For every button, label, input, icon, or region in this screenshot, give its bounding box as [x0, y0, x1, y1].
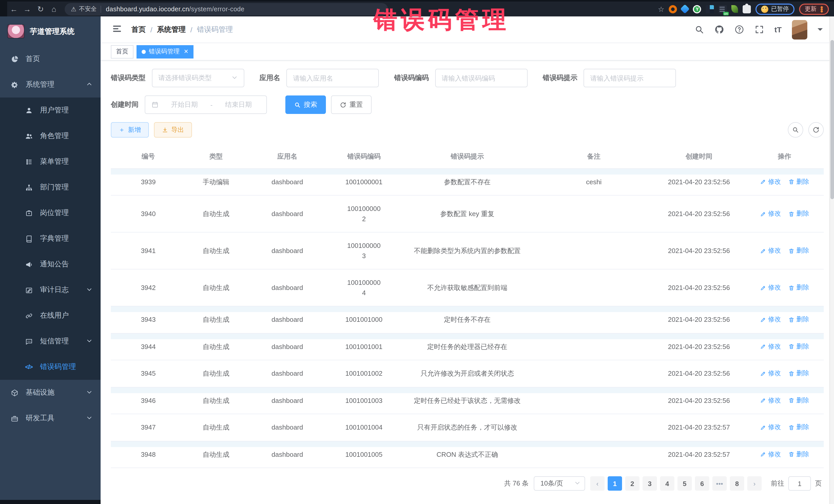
- delete-link[interactable]: 删除: [788, 209, 809, 219]
- page-button-1[interactable]: 1: [608, 476, 622, 491]
- edit-link[interactable]: 修改: [760, 369, 781, 378]
- extension-leaf-icon[interactable]: [731, 5, 738, 13]
- app-name-input[interactable]: [293, 74, 372, 82]
- sidebar-item-departments[interactable]: 部门管理: [0, 175, 101, 200]
- sidebar-item-notices[interactable]: 通知公告: [0, 251, 101, 277]
- delete-link[interactable]: 删除: [788, 315, 809, 325]
- edit-link[interactable]: 修改: [760, 342, 781, 352]
- sidebar-item-users[interactable]: 用户管理: [0, 97, 101, 123]
- refresh-button[interactable]: [808, 122, 824, 137]
- sidebar-item-dev-tools[interactable]: 研发工具: [0, 406, 101, 431]
- extension-y-icon[interactable]: [693, 5, 701, 13]
- reset-button[interactable]: 重置: [331, 95, 372, 114]
- sidebar-item-infrastructure[interactable]: 基础设施: [0, 380, 101, 406]
- avatar[interactable]: [792, 20, 807, 39]
- help-icon[interactable]: [734, 25, 744, 35]
- sidebar-item-system[interactable]: 系统管理: [0, 72, 101, 97]
- sidebar-item-posts[interactable]: 岗位管理: [0, 200, 101, 226]
- sidebar-item-label: 研发工具: [26, 414, 54, 423]
- delete-link[interactable]: 删除: [788, 283, 809, 292]
- delete-link[interactable]: 删除: [788, 342, 809, 352]
- breadcrumb-system[interactable]: 系统管理: [157, 25, 186, 34]
- caret-down-icon[interactable]: [817, 28, 823, 34]
- page-scrollbar[interactable]: [829, 17, 834, 504]
- scrollbar-thumb[interactable]: [830, 40, 834, 199]
- page-button-4[interactable]: 4: [660, 476, 674, 491]
- more-pages-icon[interactable]: •••: [712, 476, 727, 491]
- bookmark-star-icon[interactable]: ☆: [658, 5, 664, 13]
- profile-paused-pill[interactable]: 已暂停: [756, 3, 794, 15]
- edit-link-label: 修改: [768, 423, 781, 432]
- sidebar-item-label: 字典管理: [40, 234, 69, 243]
- browser-home-icon[interactable]: ⌂: [47, 5, 61, 13]
- extension-onlist-icon[interactable]: [719, 5, 727, 13]
- export-button[interactable]: 导出: [154, 122, 192, 137]
- edit-link[interactable]: 修改: [760, 246, 781, 256]
- fullscreen-icon[interactable]: [754, 25, 764, 35]
- page-button-5[interactable]: 5: [678, 476, 692, 491]
- chevron-up-icon: [86, 81, 92, 89]
- sidebar-item-error-code[interactable]: </> 错误码管理: [0, 354, 101, 380]
- close-icon[interactable]: ✕: [184, 48, 188, 55]
- extension-grid-icon[interactable]: [706, 5, 714, 13]
- cell-type: 自动生成: [186, 414, 246, 441]
- page-size-select[interactable]: 10条/页: [534, 476, 585, 491]
- edit-link[interactable]: 修改: [760, 209, 781, 219]
- delete-link[interactable]: 删除: [788, 369, 809, 378]
- tag-error-code[interactable]: 错误码管理 ✕: [136, 45, 194, 58]
- update-button[interactable]: 更新 ●●●: [799, 3, 829, 15]
- edit-link[interactable]: 修改: [760, 283, 781, 292]
- cell-code: 100100000 4: [328, 269, 399, 306]
- search-icon[interactable]: [695, 25, 704, 35]
- browser-menu-icon[interactable]: ●●●: [820, 6, 823, 12]
- sidebar-item-online-users[interactable]: 在线用户: [0, 303, 101, 328]
- sidebar-item-menus[interactable]: 菜单管理: [0, 149, 101, 175]
- sidebar-item-sms[interactable]: 短信管理: [0, 328, 101, 354]
- edit-link-label: 修改: [768, 450, 781, 459]
- edit-link[interactable]: 修改: [760, 396, 781, 406]
- error-code-input[interactable]: [442, 74, 521, 82]
- extension-orange-icon[interactable]: [669, 5, 677, 13]
- hamburger-icon[interactable]: [112, 23, 122, 36]
- page-button-2[interactable]: 2: [625, 476, 639, 491]
- page-button-8[interactable]: 8: [730, 476, 744, 491]
- browser-forward-icon[interactable]: →: [21, 5, 34, 13]
- delete-link[interactable]: 删除: [788, 177, 809, 187]
- date-range-picker[interactable]: 开始日期 - 结束日期: [145, 95, 267, 114]
- add-button[interactable]: ＋ 新增: [111, 122, 149, 137]
- prev-page-button[interactable]: ‹: [590, 476, 605, 491]
- edit-link[interactable]: 修改: [760, 177, 781, 187]
- sidebar-item-dictionary[interactable]: 字典管理: [0, 226, 101, 251]
- page-button-3[interactable]: 3: [642, 476, 657, 491]
- edit-link[interactable]: 修改: [760, 315, 781, 325]
- page-button-6[interactable]: 6: [695, 476, 709, 491]
- sidebar-item-home[interactable]: 首页: [0, 46, 101, 72]
- font-size-icon[interactable]: tT: [774, 25, 782, 34]
- extension-gem-icon[interactable]: [681, 4, 690, 14]
- search-button[interactable]: 搜索: [285, 95, 326, 114]
- delete-link[interactable]: 删除: [788, 246, 809, 256]
- github-icon[interactable]: [715, 25, 724, 35]
- breadcrumb-home[interactable]: 首页: [131, 25, 146, 34]
- cell-actions: 修改 删除: [745, 414, 824, 441]
- browser-back-icon[interactable]: ←: [7, 5, 21, 13]
- error-hint-input[interactable]: [590, 74, 669, 82]
- sidebar-logo[interactable]: 芋道管理系统: [0, 17, 101, 46]
- address-bar[interactable]: ⚠ 不安全 dashboard.yudao.iocoder.cn/system/…: [65, 3, 388, 15]
- sidebar-item-label: 岗位管理: [40, 209, 69, 218]
- goto-page-input[interactable]: [788, 476, 811, 491]
- delete-link[interactable]: 删除: [788, 396, 809, 406]
- browser-reload-icon[interactable]: ↻: [34, 4, 47, 14]
- delete-link[interactable]: 删除: [788, 450, 809, 459]
- edit-link[interactable]: 修改: [760, 423, 781, 432]
- sidebar-item-audit-log[interactable]: 审计日志: [0, 277, 101, 303]
- tag-home[interactable]: 首页: [111, 45, 133, 58]
- chevron-down-icon: [86, 286, 92, 294]
- error-type-select[interactable]: 请选择错误码类型: [152, 69, 244, 87]
- show-search-button[interactable]: [788, 122, 803, 137]
- next-page-button[interactable]: ›: [747, 476, 762, 491]
- extensions-puzzle-icon[interactable]: [743, 5, 751, 13]
- sidebar-item-roles[interactable]: 角色管理: [0, 123, 101, 149]
- delete-link[interactable]: 删除: [788, 423, 809, 432]
- edit-link[interactable]: 修改: [760, 450, 781, 459]
